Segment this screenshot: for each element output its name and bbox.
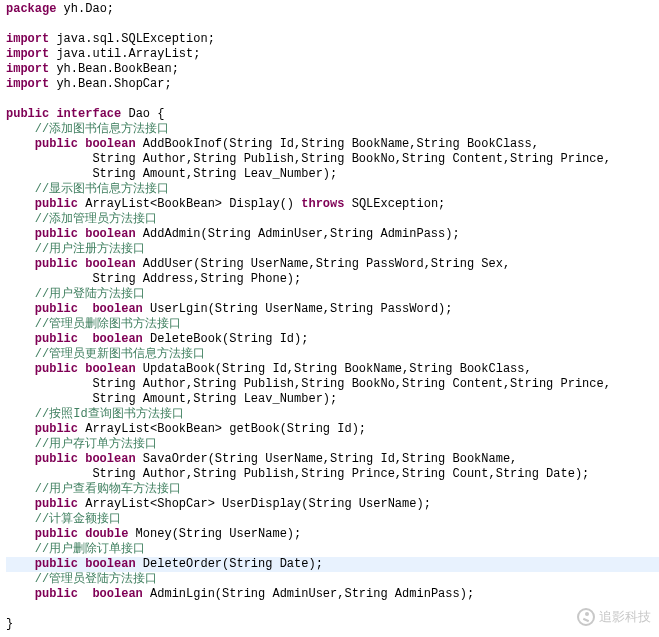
comment-line: //添加图书信息方法接口 bbox=[6, 122, 659, 137]
code-line: public boolean AddAdmin(String AdminUser… bbox=[6, 227, 659, 242]
code-editor: package yh.Dao; import java.sql.SQLExcep… bbox=[0, 0, 659, 634]
code-line: public ArrayList<BookBean> getBook(Strin… bbox=[6, 422, 659, 437]
code-line: import java.sql.SQLException; bbox=[6, 32, 659, 47]
comment: //管理员删除图书方法接口 bbox=[6, 317, 181, 331]
import-stmt: yh.Bean.ShopCar; bbox=[49, 77, 171, 91]
comment-line: //用户注册方法接口 bbox=[6, 242, 659, 257]
blank-line bbox=[6, 17, 659, 32]
code-line: package yh.Dao; bbox=[6, 2, 659, 17]
wechat-icon bbox=[577, 608, 595, 626]
method-sig: UserLgin(String UserName,String PassWord… bbox=[143, 302, 453, 316]
code-line: String Address,String Phone); bbox=[6, 272, 659, 287]
method-sig: ArrayList<ShopCar> UserDisplay(String Us… bbox=[78, 497, 431, 511]
code-line: String Author,String Publish,String Prin… bbox=[6, 467, 659, 482]
comment-line: //管理员登陆方法接口 bbox=[6, 572, 659, 587]
modifiers: public bbox=[6, 497, 78, 511]
modifiers: public double bbox=[6, 527, 128, 541]
package-name: yh.Dao; bbox=[56, 2, 114, 16]
comment-line: //用户登陆方法接口 bbox=[6, 287, 659, 302]
code-line: String Author,String Publish,String Book… bbox=[6, 152, 659, 167]
keyword-import: import bbox=[6, 77, 49, 91]
code-line: public ArrayList<ShopCar> UserDisplay(St… bbox=[6, 497, 659, 512]
method-sig: SavaOrder(String UserName,String Id,Stri… bbox=[136, 452, 518, 466]
comment: //添加管理员方法接口 bbox=[6, 212, 157, 226]
comment-line: //管理员删除图书方法接口 bbox=[6, 317, 659, 332]
code-line: public double Money(String UserName); bbox=[6, 527, 659, 542]
highlighted-line: public boolean DeleteOrder(String Date); bbox=[6, 557, 659, 572]
modifiers: public boolean bbox=[6, 587, 143, 601]
method-sig: String Amount,String Leav_Number); bbox=[6, 392, 337, 406]
modifiers: public boolean bbox=[6, 557, 136, 571]
code-line: public boolean AddUser(String UserName,S… bbox=[6, 257, 659, 272]
blank-line bbox=[6, 602, 659, 617]
comment-line: //用户存订单方法接口 bbox=[6, 437, 659, 452]
method-sig: UpdataBook(String Id,String BookName,Str… bbox=[136, 362, 532, 376]
modifiers: public bbox=[6, 422, 78, 436]
code-line: public boolean AddBookInof(String Id,Str… bbox=[6, 137, 659, 152]
comment: //用户存订单方法接口 bbox=[6, 437, 157, 451]
method-sig: String Amount,String Leav_Number); bbox=[6, 167, 337, 181]
keyword-import: import bbox=[6, 47, 49, 61]
keyword-interface: interface bbox=[56, 107, 121, 121]
comment: //计算金额接口 bbox=[6, 512, 121, 526]
comment: //管理员更新图书信息方法接口 bbox=[6, 347, 205, 361]
modifiers: public bbox=[6, 197, 78, 211]
modifiers: public boolean bbox=[6, 137, 136, 151]
comment: //用户登陆方法接口 bbox=[6, 287, 145, 301]
code-line: public boolean AdminLgin(String AdminUse… bbox=[6, 587, 659, 602]
keyword-import: import bbox=[6, 62, 49, 76]
close-brace: } bbox=[6, 617, 13, 631]
blank-line bbox=[6, 92, 659, 107]
comment: //用户注册方法接口 bbox=[6, 242, 145, 256]
method-sig: Money(String UserName); bbox=[128, 527, 301, 541]
method-sig: AddAdmin(String AdminUser,String AdminPa… bbox=[136, 227, 460, 241]
code-line: } bbox=[6, 617, 659, 632]
comment-line: //计算金额接口 bbox=[6, 512, 659, 527]
comment: //添加图书信息方法接口 bbox=[6, 122, 169, 136]
modifiers: public boolean bbox=[6, 332, 143, 346]
comment: //用户删除订单接口 bbox=[6, 542, 145, 556]
code-line: public boolean SavaOrder(String UserName… bbox=[6, 452, 659, 467]
keyword-public: public bbox=[6, 107, 49, 121]
comment: //用户查看购物车方法接口 bbox=[6, 482, 181, 496]
comment-line: //显示图书信息方法接口 bbox=[6, 182, 659, 197]
comment: //管理员登陆方法接口 bbox=[6, 572, 157, 586]
comment-line: //添加管理员方法接口 bbox=[6, 212, 659, 227]
method-sig: String Author,String Publish,String Book… bbox=[6, 377, 611, 391]
watermark: 追影科技 bbox=[577, 608, 651, 626]
comment-line: //用户删除订单接口 bbox=[6, 542, 659, 557]
method-sig: DeleteBook(String Id); bbox=[143, 332, 309, 346]
keyword-import: import bbox=[6, 32, 49, 46]
method-sig: ArrayList<BookBean> Display() bbox=[78, 197, 301, 211]
modifiers: public boolean bbox=[6, 257, 136, 271]
method-sig: String Author,String Publish,String Book… bbox=[6, 152, 611, 166]
comment: //按照Id查询图书方法接口 bbox=[6, 407, 184, 421]
comment-line: //管理员更新图书信息方法接口 bbox=[6, 347, 659, 362]
keyword-throws: throws bbox=[301, 197, 344, 211]
comment: //显示图书信息方法接口 bbox=[6, 182, 169, 196]
modifiers: public boolean bbox=[6, 302, 143, 316]
method-sig: DeleteOrder(String Date); bbox=[136, 557, 323, 571]
comment-line: //用户查看购物车方法接口 bbox=[6, 482, 659, 497]
method-sig: SQLException; bbox=[344, 197, 445, 211]
code-line: import yh.Bean.ShopCar; bbox=[6, 77, 659, 92]
method-sig: ArrayList<BookBean> getBook(String Id); bbox=[78, 422, 366, 436]
code-line: String Amount,String Leav_Number); bbox=[6, 392, 659, 407]
method-sig: AddBookInof(String Id,String BookName,St… bbox=[136, 137, 539, 151]
modifiers: public boolean bbox=[6, 362, 136, 376]
import-stmt: java.sql.SQLException; bbox=[49, 32, 215, 46]
code-line: public ArrayList<BookBean> Display() thr… bbox=[6, 197, 659, 212]
method-sig: String Address,String Phone); bbox=[6, 272, 301, 286]
code-line: public boolean UserLgin(String UserName,… bbox=[6, 302, 659, 317]
method-sig: AddUser(String UserName,String PassWord,… bbox=[136, 257, 510, 271]
code-line: import java.util.ArrayList; bbox=[6, 47, 659, 62]
class-name: Dao { bbox=[121, 107, 164, 121]
method-sig: String Author,String Publish,String Prin… bbox=[6, 467, 589, 481]
code-line: public boolean UpdataBook(String Id,Stri… bbox=[6, 362, 659, 377]
keyword-package: package bbox=[6, 2, 56, 16]
class-decl: public interface Dao { bbox=[6, 107, 659, 122]
watermark-text: 追影科技 bbox=[599, 608, 651, 626]
code-line: import yh.Bean.BookBean; bbox=[6, 62, 659, 77]
modifiers: public boolean bbox=[6, 452, 136, 466]
code-line: String Amount,String Leav_Number); bbox=[6, 167, 659, 182]
